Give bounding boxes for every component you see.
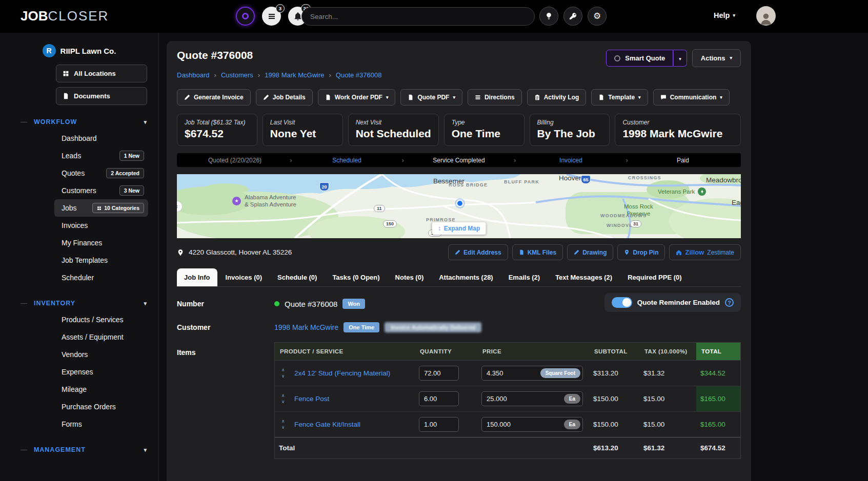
unit-badge[interactable]: Ea: [564, 394, 580, 404]
stat-label: Last Visit: [270, 119, 335, 126]
brand-circle-button[interactable]: [236, 7, 255, 26]
breadcrumb-customer-name[interactable]: 1998 Mark McGwire: [265, 71, 324, 79]
tab-required-ppe[interactable]: Required PPE (0): [620, 268, 689, 286]
work-order-pdf-button[interactable]: Work Order PDF▾: [318, 89, 396, 106]
tab-notes[interactable]: Notes (0): [388, 268, 431, 286]
drawing-button[interactable]: Drawing: [567, 244, 613, 260]
product-link[interactable]: 2x4 12' Stud (Fencing Material): [294, 369, 390, 377]
progress-step-service-completed[interactable]: Service Completed: [404, 157, 514, 164]
all-locations-button[interactable]: All Locations: [56, 65, 147, 82]
sidebar-item-purchase-orders[interactable]: Purchase Orders: [54, 398, 148, 415]
row-reorder-control[interactable]: ∧∨: [275, 415, 290, 434]
sidebar-item-vendors[interactable]: Vendors: [54, 346, 148, 363]
sidebar-item-mileage[interactable]: Mileage: [54, 381, 148, 398]
tab-emails[interactable]: Emails (2): [501, 268, 547, 286]
edit-address-button[interactable]: Edit Address: [448, 244, 508, 260]
sidebar-item-quotes[interactable]: Quotes2 Accepted: [54, 164, 148, 182]
kml-files-button[interactable]: KML Files: [512, 244, 563, 260]
help-menu[interactable]: Help ▾: [714, 11, 735, 19]
sidebar-item-scheduler[interactable]: Scheduler: [54, 269, 148, 286]
settings-button[interactable]: ⚙: [588, 7, 607, 26]
quantity-input[interactable]: [419, 366, 459, 381]
tab-invoices[interactable]: Invoices (0): [218, 268, 270, 286]
chevron-down-icon[interactable]: ∨: [281, 400, 285, 404]
access-keys-button[interactable]: [563, 7, 582, 26]
key-icon: [569, 12, 577, 20]
tab-schedule[interactable]: Schedule (0): [270, 268, 324, 286]
smart-quote-icon: [614, 55, 620, 61]
main-panel: Quote #376008 Smart Quote ▾ Actions ▾ Da…: [167, 41, 751, 481]
company-name: RIIPL Lawn Co.: [60, 47, 116, 55]
tab-tasks[interactable]: Tasks (0 Open): [325, 268, 387, 286]
directions-button[interactable]: Directions: [468, 89, 522, 106]
sidebar-item-jobs[interactable]: Jobs 10 Categories: [54, 199, 148, 217]
tab-text-messages[interactable]: Text Messages (2): [548, 268, 619, 286]
row-reorder-control[interactable]: ∧∨: [275, 389, 290, 408]
chevron-up-icon[interactable]: ∧: [281, 393, 285, 398]
quote-pdf-button[interactable]: Quote PDF▾: [400, 89, 462, 106]
sidebar-item-forms[interactable]: Forms: [54, 415, 148, 433]
job-details-button[interactable]: Job Details: [256, 89, 313, 106]
product-link[interactable]: Fence Post: [294, 395, 329, 403]
search-input[interactable]: [301, 7, 535, 26]
actions-label: Actions: [701, 54, 725, 62]
tab-job-info[interactable]: Job Info: [177, 268, 217, 286]
communication-button[interactable]: Communication▾: [653, 89, 730, 106]
customer-link[interactable]: 1998 Mark McGwire: [274, 323, 338, 331]
company-header[interactable]: R RIIPL Lawn Co.: [0, 44, 158, 57]
chevron-up-icon[interactable]: ∧: [281, 368, 285, 372]
map-label-eagle: Eagle: [732, 199, 741, 206]
progress-step-scheduled[interactable]: Scheduled: [292, 157, 401, 164]
sidebar-item-invoices[interactable]: Invoices: [54, 217, 148, 234]
sidebar-item-products-services[interactable]: Products / Services: [54, 311, 148, 328]
unit-badge[interactable]: Ea: [564, 420, 580, 429]
generate-invoice-button[interactable]: Generate Invoice: [177, 89, 251, 106]
sidebar-section-management[interactable]: –– MANAGEMENT ▾: [21, 446, 147, 453]
sidebar-section-inventory[interactable]: –– INVENTORY ▾: [21, 300, 147, 307]
map-widget[interactable]: Bessemer ★ Alabama Adventure& Splash Adv…: [177, 174, 741, 238]
tab-attachments[interactable]: Attachments (28): [432, 268, 500, 286]
quote-reminder-toggle[interactable]: [612, 297, 632, 308]
zillow-zestimate-button[interactable]: Zillow Zestimate: [669, 244, 741, 260]
col-price: PRICE: [477, 343, 589, 360]
actions-button[interactable]: Actions ▾: [692, 49, 741, 67]
sidebar-item-leads[interactable]: Leads1 New: [54, 147, 148, 164]
nav-label: Customers: [62, 186, 96, 195]
quantity-input[interactable]: [419, 417, 459, 432]
product-link[interactable]: Fence Gate Kit/Install: [294, 421, 360, 428]
sidebar-item-dashboard[interactable]: Dashboard: [54, 130, 148, 147]
help-question-icon[interactable]: ?: [725, 298, 734, 307]
stat-next-visit: Next VisitNot Scheduled: [348, 114, 439, 146]
smart-quote-dropdown-button[interactable]: ▾: [673, 50, 687, 67]
user-avatar[interactable]: [756, 6, 776, 26]
quote-reminder-label: Quote Reminder Enabled: [637, 299, 720, 306]
unit-badge[interactable]: Square Foot: [540, 368, 580, 378]
ideas-button[interactable]: [539, 7, 558, 26]
sidebar-item-customers[interactable]: Customers3 New: [54, 182, 148, 199]
chevron-down-icon[interactable]: ∨: [281, 425, 285, 430]
queue-button[interactable]: 3: [262, 7, 281, 26]
sidebar-item-my-finances[interactable]: My Finances: [54, 234, 148, 252]
sidebar-item-expenses[interactable]: Expenses: [54, 363, 148, 381]
sidebar-item-job-templates[interactable]: Job Templates: [54, 252, 148, 269]
quote-action-buttons: Generate Invoice Job Details Work Order …: [177, 89, 741, 106]
progress-step-paid[interactable]: Paid: [628, 157, 738, 164]
documents-button[interactable]: Documents: [56, 87, 147, 105]
breadcrumb-dashboard[interactable]: Dashboard: [177, 71, 210, 79]
activity-log-button[interactable]: Activity Log: [527, 89, 587, 106]
quantity-input[interactable]: [419, 391, 459, 406]
smart-quote-button[interactable]: Smart Quote: [606, 50, 673, 67]
app-logo[interactable]: JOBCLOSER: [21, 8, 109, 24]
drop-pin-button[interactable]: Drop Pin: [617, 244, 665, 260]
chevron-down-icon[interactable]: ∨: [281, 374, 285, 379]
sidebar-section-workflow[interactable]: –– WORKFLOW ▾: [21, 118, 147, 126]
row-reorder-control[interactable]: ∧∨: [275, 364, 290, 383]
expand-map-button[interactable]: ↕ Expand Map: [432, 222, 486, 235]
breadcrumb-quote[interactable]: Quote #376008: [336, 71, 382, 79]
progress-step-quoted[interactable]: Quoted (2/20/2026): [180, 157, 290, 164]
breadcrumb-customers[interactable]: Customers: [221, 71, 253, 79]
progress-step-invoiced[interactable]: Invoiced: [516, 157, 625, 164]
chevron-up-icon[interactable]: ∧: [281, 419, 285, 424]
sidebar-item-assets-equipment[interactable]: Assets / Equipment: [54, 328, 148, 346]
template-button[interactable]: Template▾: [591, 89, 648, 106]
